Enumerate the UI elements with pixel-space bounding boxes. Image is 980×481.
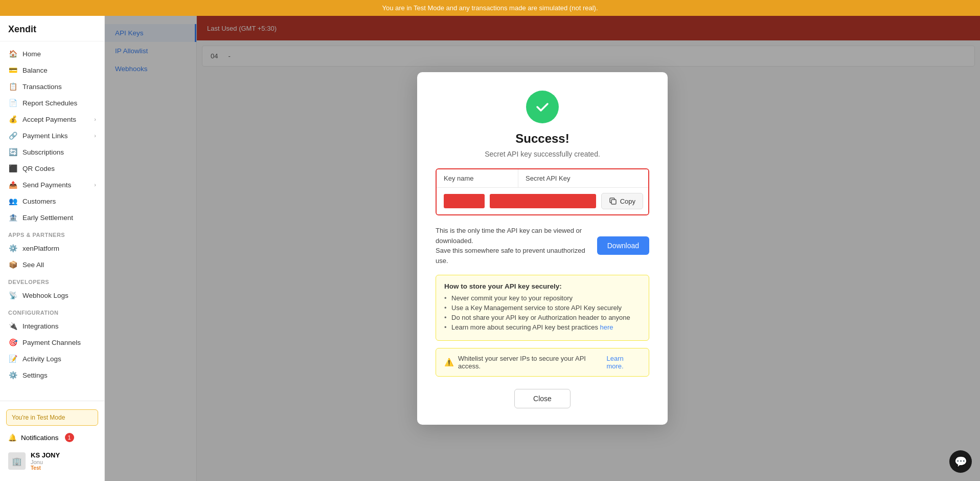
api-key-table: Key name Secret API Key Copy (436, 168, 649, 215)
sidebar-item-see-all[interactable]: 📦 See All (0, 256, 104, 273)
sidebar-item-label: Payment Links (22, 132, 68, 140)
modal-overlay: Success! Secret API key successfully cre… (105, 16, 980, 481)
sidebar-item-balance[interactable]: 💳 Balance (0, 62, 104, 78)
sidebar-item-label: Subscriptions (22, 148, 64, 156)
sidebar-item-payment-links[interactable]: 🔗 Payment Links › (0, 127, 104, 144)
sidebar-item-label: xenPlatform (22, 245, 59, 252)
balance-icon: 💳 (8, 66, 17, 74)
apps-section-label: APPS & PARTNERS (0, 226, 104, 240)
sidebar-item-activity-logs[interactable]: 📝 Activity Logs (0, 351, 104, 367)
notifications-badge: 1 (65, 433, 74, 442)
report-icon: 📄 (8, 99, 17, 107)
chat-bubble-button[interactable]: 💬 (949, 450, 972, 473)
payment-links-icon: 🔗 (8, 132, 17, 140)
see-all-icon: 📦 (8, 260, 17, 269)
sidebar-footer: You're in Test Mode 🔔 Notifications 1 🏢 … (0, 401, 104, 481)
download-note: This is the only time the API key can be… (436, 226, 589, 266)
api-key-table-body: Copy (437, 188, 648, 214)
whitelist-link[interactable]: Learn more. (606, 355, 641, 370)
main-content: API Keys IP Allowlist Webhooks Last Used… (105, 16, 980, 481)
sidebar-item-label: QR Codes (22, 165, 55, 172)
user-name: KS JONY (31, 451, 60, 459)
close-button[interactable]: Close (514, 389, 571, 408)
sidebar-item-xenplatform[interactable]: ⚙️ xenPlatform (0, 240, 104, 256)
sidebar: Xendit 🏠 Home 💳 Balance 📋 Transactions 📄… (0, 16, 105, 481)
sidebar-item-label: Report Schedules (22, 99, 77, 107)
chevron-right-icon: › (94, 133, 96, 139)
sidebar-item-report-schedules[interactable]: 📄 Report Schedules (0, 95, 104, 111)
download-row: This is the only time the API key can be… (436, 226, 649, 266)
sidebar-item-label: Integrations (22, 322, 59, 330)
copy-button[interactable]: Copy (601, 193, 643, 209)
sidebar-item-integrations[interactable]: 🔌 Integrations (0, 318, 104, 334)
payment-channels-icon: 🎯 (8, 338, 17, 346)
settings-icon: ⚙️ (8, 371, 17, 379)
success-icon (526, 91, 559, 123)
notifications-label: Notifications (21, 434, 59, 442)
warning-icon: ⚠️ (444, 358, 454, 367)
sidebar-item-label: Send Payments (22, 181, 71, 189)
copy-button-label: Copy (620, 198, 635, 205)
security-tip-title: How to store your API key securely: (444, 282, 641, 290)
security-tip-box: How to store your API key securely: Neve… (436, 275, 649, 341)
list-item: Do not share your API key or Authorizati… (444, 314, 641, 321)
sidebar-item-early-settlement[interactable]: 🏦 Early Settlement (0, 209, 104, 226)
download-button[interactable]: Download (597, 236, 649, 255)
avatar: 🏢 (8, 452, 26, 470)
sidebar-item-payment-channels[interactable]: 🎯 Payment Channels (0, 334, 104, 351)
sidebar-item-transactions[interactable]: 📋 Transactions (0, 78, 104, 95)
customers-icon: 👥 (8, 197, 17, 205)
sidebar-item-label: Settings (22, 371, 48, 379)
security-link[interactable]: here (600, 323, 613, 331)
modal-close-row: Close (436, 389, 649, 408)
svg-rect-0 (611, 200, 616, 204)
integrations-icon: 🔌 (8, 322, 17, 330)
sidebar-item-label: Balance (22, 67, 48, 74)
sidebar-item-settings[interactable]: ⚙️ Settings (0, 367, 104, 383)
sidebar-item-accept-payments[interactable]: 💰 Accept Payments › (0, 111, 104, 127)
sidebar-item-subscriptions[interactable]: 🔄 Subscriptions (0, 144, 104, 160)
list-item: Use a Key Management service to store AP… (444, 304, 641, 312)
chevron-right-icon: › (94, 116, 96, 122)
sidebar-item-label: Payment Channels (22, 339, 81, 346)
sidebar-item-customers[interactable]: 👥 Customers (0, 193, 104, 209)
user-profile[interactable]: 🏢 KS JONY Jonu Test (0, 446, 104, 476)
early-settlement-icon: 🏦 (8, 213, 17, 222)
developers-section-label: DEVELOPERS (0, 273, 104, 287)
xenplatform-icon: ⚙️ (8, 244, 17, 252)
transactions-icon: 📋 (8, 82, 17, 91)
test-mode-badge: You're in Test Mode (6, 409, 98, 426)
user-test-badge: Test (31, 465, 60, 471)
subscriptions-icon: 🔄 (8, 148, 17, 156)
whitelist-box: ⚠️ Whitelist your server IPs to secure y… (436, 348, 649, 377)
whitelist-text: Whitelist your server IPs to secure your… (458, 355, 602, 370)
sidebar-item-label: See All (22, 261, 44, 269)
sidebar-item-send-payments[interactable]: 📤 Send Payments › (0, 177, 104, 193)
sidebar-item-label: Customers (22, 198, 56, 205)
bell-icon: 🔔 (8, 433, 17, 442)
list-item: Learn more about securing API key best p… (444, 323, 641, 331)
chevron-right-icon: › (94, 182, 96, 188)
notifications-item[interactable]: 🔔 Notifications 1 (0, 429, 104, 446)
copy-icon (609, 197, 617, 205)
sidebar-item-label: Early Settlement (22, 214, 73, 222)
key-value-redacted (490, 194, 596, 208)
modal-subtitle: Secret API key successfully created. (436, 150, 649, 158)
home-icon: 🏠 (8, 50, 17, 58)
sidebar-item-label: Home (22, 50, 41, 58)
sidebar-item-qr-codes[interactable]: ⬛ QR Codes (0, 160, 104, 177)
secret-key-col-header: Secret API Key (518, 169, 577, 187)
sidebar-item-label: Webhook Logs (22, 292, 69, 299)
modal: Success! Secret API key successfully cre… (417, 72, 668, 425)
app-logo: Xendit (0, 16, 104, 41)
sidebar-item-home[interactable]: 🏠 Home (0, 46, 104, 62)
accept-payments-icon: 💰 (8, 115, 17, 123)
key-name-redacted (444, 194, 485, 208)
qr-codes-icon: ⬛ (8, 164, 17, 172)
security-tip-list: Never commit your key to your repository… (444, 294, 641, 331)
user-info: KS JONY Jonu Test (31, 451, 60, 471)
api-key-table-header: Key name Secret API Key (437, 169, 648, 188)
user-sub: Jonu (31, 459, 60, 465)
sidebar-item-webhook-logs[interactable]: 📡 Webhook Logs (0, 287, 104, 303)
test-mode-banner: You are in Test Mode and any transaction… (0, 0, 980, 16)
